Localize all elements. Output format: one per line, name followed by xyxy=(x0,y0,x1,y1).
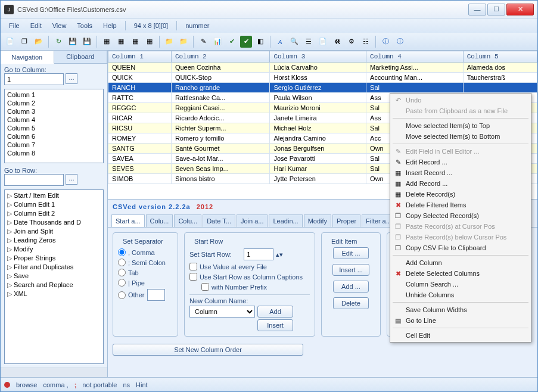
menu-edit[interactable]: Edit xyxy=(26,21,46,30)
subtab[interactable]: Join a... xyxy=(237,214,268,227)
folder2-icon[interactable]: 📁 xyxy=(178,36,189,48)
folder1-icon[interactable]: 📁 xyxy=(163,36,175,48)
goto-row-button[interactable]: ... xyxy=(66,174,77,185)
sep-tab-radio[interactable] xyxy=(118,269,126,276)
sep-semi-radio[interactable] xyxy=(118,259,126,266)
tree-item[interactable]: ▷ XML xyxy=(6,290,102,298)
sep-pipe-radio[interactable] xyxy=(118,279,126,287)
context-menu-item[interactable]: ▤Go to Line xyxy=(391,315,530,326)
table-row[interactable]: QUEENQueen CozinhaLúcia CarvalhoMarketin… xyxy=(108,63,537,73)
tab-navigation[interactable]: Navigation xyxy=(1,51,54,64)
add-button[interactable]: Add ... xyxy=(333,281,369,293)
goto-column-button[interactable]: ... xyxy=(66,73,77,84)
column-list-item[interactable]: Column 6 xyxy=(6,132,102,141)
menu-file[interactable]: File xyxy=(4,21,24,30)
column-list-item[interactable]: Column 3 xyxy=(6,107,102,116)
use-captions-checkbox[interactable] xyxy=(189,273,197,281)
context-menu-item[interactable]: Move selected Item(s) to Bottom xyxy=(391,131,530,142)
grid-header[interactable]: Column 3 xyxy=(270,51,366,63)
settings-icon[interactable]: ⚙ xyxy=(346,36,357,48)
set-column-order-button[interactable]: Set New Column Order xyxy=(113,344,303,356)
grid2-icon[interactable]: ▦ xyxy=(115,36,127,48)
use-every-file-checkbox[interactable] xyxy=(189,263,197,270)
subtab[interactable]: Colu... xyxy=(146,214,173,227)
tree-item[interactable]: ▷ Column Edit 1 xyxy=(6,200,102,209)
tree-scrollbar[interactable] xyxy=(1,368,107,377)
info-icon[interactable]: ⓘ xyxy=(394,36,406,48)
grid-header[interactable]: Column 4 xyxy=(366,51,464,63)
grid4-icon[interactable]: ▦ xyxy=(144,36,156,48)
context-menu-item[interactable]: ▦Insert Record ... xyxy=(391,167,530,178)
tree-item[interactable]: ▷ Start / Item Edit xyxy=(6,191,102,200)
insert-button[interactable]: Insert ... xyxy=(332,264,369,276)
open-icon[interactable]: 📂 xyxy=(33,36,45,48)
menu-help[interactable]: Help xyxy=(98,21,122,30)
tree-item[interactable]: ▷ Filter and Duplicates xyxy=(6,263,102,272)
tree-item[interactable]: ▷ Search and Replace xyxy=(6,281,102,290)
bars-icon[interactable]: ☷ xyxy=(360,36,372,48)
context-menu-item[interactable]: ❐Copy Selected Record(s) xyxy=(391,210,530,221)
check2-icon[interactable]: ✔ xyxy=(240,36,252,48)
column-list[interactable]: Column 1Column 2Column 3Column 4Column 5… xyxy=(4,89,104,163)
copy-icon[interactable]: ❐ xyxy=(18,36,30,48)
minimize-button[interactable]: — xyxy=(468,4,486,15)
grid3-icon[interactable]: ▦ xyxy=(129,36,141,48)
context-menu-item[interactable]: Save Column Widths xyxy=(391,304,530,315)
view-icon[interactable]: ◧ xyxy=(254,36,266,48)
tree-item[interactable]: ▷ Proper Strings xyxy=(6,254,102,263)
start-row-input[interactable] xyxy=(244,248,273,260)
sep-other-radio[interactable] xyxy=(118,291,126,299)
start-row-spinner[interactable]: ▴▾ xyxy=(276,251,283,259)
search-icon[interactable]: 🔍 xyxy=(288,36,300,48)
column-list-item[interactable]: Column 7 xyxy=(6,141,102,149)
chart-icon[interactable]: 📊 xyxy=(212,36,223,48)
edit-button[interactable]: Edit ... xyxy=(333,247,369,259)
goto-row-input[interactable] xyxy=(4,174,64,186)
tree-item[interactable]: ▷ Join and Split xyxy=(6,227,102,236)
context-menu-item[interactable]: ✖Delete Selected Columns xyxy=(391,268,530,279)
insert-column-button[interactable]: Insert xyxy=(257,319,293,331)
sep-other-input[interactable] xyxy=(147,289,165,301)
number-prefix-checkbox[interactable] xyxy=(201,283,209,291)
context-menu-item[interactable]: ❐Copy CSV File to Clipboard xyxy=(391,242,530,253)
tools-icon[interactable]: 🛠 xyxy=(331,36,343,48)
context-menu-item[interactable]: Move selected Item(s) to Top xyxy=(391,120,530,131)
add-column-button[interactable]: Add xyxy=(257,306,293,318)
menu-tools[interactable]: Tools xyxy=(72,21,97,30)
tree-item[interactable]: ▷ Save xyxy=(6,272,102,281)
table-row[interactable]: QUICKQUICK-StopHorst KlossAccounting Man… xyxy=(108,73,537,83)
new-icon[interactable]: 📄 xyxy=(4,36,16,48)
grid-header[interactable]: Column 1 xyxy=(108,51,172,63)
check1-icon[interactable]: ✔ xyxy=(226,36,238,48)
context-menu-item[interactable]: Add Column xyxy=(391,257,530,268)
close-button[interactable]: ✕ xyxy=(506,4,534,15)
grid1-icon[interactable]: ▦ xyxy=(101,36,113,48)
delete-button[interactable]: Delete xyxy=(333,297,369,309)
column-list-item[interactable]: Column 5 xyxy=(6,124,102,132)
context-menu-item[interactable]: ▦Delete Record(s) xyxy=(391,189,530,200)
sep-comma-radio[interactable] xyxy=(118,248,126,256)
context-menu-item[interactable]: Column Search ... xyxy=(391,279,530,290)
help-icon[interactable]: ⓘ xyxy=(380,36,391,48)
column-list-item[interactable]: Column 8 xyxy=(6,149,102,157)
context-menu-item[interactable]: Cell Edit xyxy=(391,330,530,341)
grid-header[interactable]: Column 2 xyxy=(171,51,270,63)
menu-view[interactable]: View xyxy=(48,21,71,30)
column-list-item[interactable]: Column 1 xyxy=(6,91,102,99)
tree[interactable]: ▷ Start / Item Edit▷ Column Edit 1▷ Colu… xyxy=(4,189,104,364)
context-menu-item[interactable]: ▦Add Record ... xyxy=(391,178,530,189)
table-row[interactable]: RANCHRancho grandeSergio GutiérrezSal xyxy=(108,83,537,93)
refresh-icon[interactable]: ↻ xyxy=(52,36,64,48)
doc-icon[interactable]: 📄 xyxy=(317,36,329,48)
tab-clipboard[interactable]: Clipboard xyxy=(54,51,108,63)
goto-column-input[interactable] xyxy=(4,73,64,85)
context-menu-item[interactable]: ✖Delete Filtered Items xyxy=(391,200,530,210)
subtab[interactable]: Leadin... xyxy=(269,214,302,227)
subtab[interactable]: Proper xyxy=(332,214,360,227)
column-list-item[interactable]: Column 4 xyxy=(6,116,102,124)
subtab[interactable]: Date T... xyxy=(203,214,235,227)
tree-item[interactable]: ▷ Modify xyxy=(6,245,102,254)
maximize-button[interactable]: ☐ xyxy=(487,4,505,15)
save-icon[interactable]: 💾 xyxy=(67,36,79,48)
tree-item[interactable]: ▷ Date Thousands and D xyxy=(6,218,102,227)
